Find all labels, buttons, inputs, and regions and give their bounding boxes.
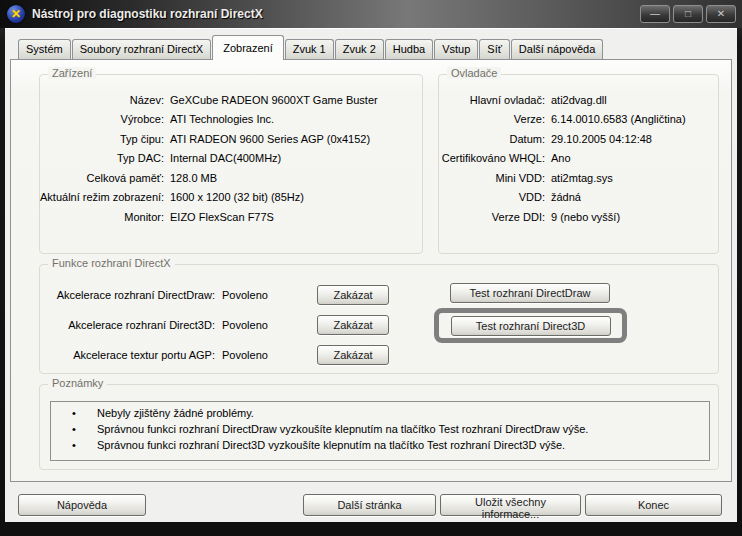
feature-status: Povoleno — [222, 346, 268, 365]
driver-row: Certifikováno WHQL:Ano — [439, 149, 718, 169]
bullet-icon: • — [51, 405, 97, 421]
device-row-value: 128.0 MB — [170, 172, 217, 184]
disable-direct3d-button[interactable]: Zakázat — [317, 315, 389, 335]
features-group-title: Funkce rozhraní DirectX — [48, 257, 175, 269]
device-row: Monitor:EIZO FlexScan F77S — [40, 207, 422, 227]
test-directdraw-button[interactable]: Test rozhraní DirectDraw — [450, 283, 610, 303]
feature-status: Povoleno — [222, 316, 268, 335]
feature-label: Akcelerace textur portu AGP: — [48, 346, 215, 365]
driver-row-label: Certifikováno WHQL: — [439, 152, 545, 164]
tab-system[interactable]: Systém — [18, 39, 71, 59]
tab-music[interactable]: Hudba — [385, 39, 433, 59]
driver-row-value: žádná — [551, 191, 581, 203]
driver-row-label: Verze DDI: — [439, 211, 545, 223]
device-row-label: Monitor: — [40, 211, 164, 223]
device-row: Celková paměť:128.0 MB — [40, 168, 422, 188]
driver-row: VDD:žádná — [439, 188, 718, 208]
device-row: Výrobce:ATI Technologies Inc. — [40, 110, 422, 130]
exit-button[interactable]: Konec — [585, 494, 722, 516]
driver-row: Mini VDD:ati2mtag.sys — [439, 168, 718, 188]
test-direct3d-button[interactable]: Test rozhraní Direct3D — [451, 316, 611, 336]
drivers-info-rows: Hlavní ovladač:ati2dvag.dll Verze:6.14.0… — [439, 75, 718, 227]
driver-row-value: ati2dvag.dll — [551, 94, 607, 106]
device-row-label: Typ DAC: — [40, 152, 164, 164]
notes-list: •Nebyly zjištěny žádné problémy. •Správn… — [50, 401, 710, 461]
note-text: Nebyly zjištěny žádné problémy. — [97, 405, 254, 421]
tab-directx-files[interactable]: Soubory rozhraní DirectX — [72, 39, 212, 59]
device-row-value: 1600 x 1200 (32 bit) (85Hz) — [170, 191, 304, 203]
driver-row-value: Ano — [551, 152, 571, 164]
device-row: Typ čipu:ATI RADEON 9600 Series AGP (0x4… — [40, 129, 422, 149]
notes-group-title: Poznámky — [48, 377, 107, 389]
device-row-label: Typ čipu: — [40, 133, 164, 145]
drivers-group-title: Ovladače — [447, 67, 501, 79]
device-row-value: Internal DAC(400MHz) — [170, 152, 281, 164]
directx-features-group: Funkce rozhraní DirectX Akcelerace rozhr… — [39, 264, 719, 374]
disable-directdraw-button[interactable]: Zakázat — [317, 285, 389, 305]
feature-label: Akcelerace rozhraní Direct3D: — [48, 316, 215, 335]
next-page-button[interactable]: Další stránka — [303, 494, 436, 516]
tab-strip: Systém Soubory rozhraní DirectX Zobrazen… — [18, 35, 604, 59]
tab-more-help[interactable]: Další nápověda — [511, 39, 603, 59]
driver-row-label: VDD: — [439, 191, 545, 203]
driver-row-label: Datum: — [439, 133, 545, 145]
device-group-title: Zařízení — [48, 67, 96, 79]
title-bar: ✕ Nástroj pro diagnostiku rozhraní Direc… — [0, 0, 742, 28]
tab-input[interactable]: Vstup — [434, 39, 478, 59]
help-button[interactable]: Nápověda — [18, 494, 146, 516]
notes-group: Poznámky •Nebyly zjištěny žádné problémy… — [39, 384, 719, 470]
action-highlight-ring: Test rozhraní Direct3D — [434, 308, 627, 343]
driver-row-value: 6.14.0010.6583 (Angličtina) — [551, 113, 686, 125]
minimize-button[interactable]: — — [640, 5, 670, 23]
device-row: Typ DAC:Internal DAC(400MHz) — [40, 149, 422, 169]
driver-row: Verze:6.14.0010.6583 (Angličtina) — [439, 110, 718, 130]
directx-logo-icon: ✕ — [7, 5, 25, 23]
maximize-button[interactable]: □ — [673, 5, 703, 23]
save-all-information-button[interactable]: Uložit všechny informace... — [440, 494, 581, 516]
bullet-icon: • — [51, 421, 97, 437]
device-row-value: EIZO FlexScan F77S — [170, 211, 274, 223]
driver-row-value: ati2mtag.sys — [551, 172, 613, 184]
window-title: Nástroj pro diagnostiku rozhraní DirectX — [32, 7, 263, 21]
tab-sound1[interactable]: Zvuk 1 — [285, 39, 334, 59]
drivers-group: Ovladače Hlavní ovladač:ati2dvag.dll Ver… — [438, 74, 719, 254]
directx-logo-glyph: ✕ — [11, 8, 21, 20]
tab-display[interactable]: Zobrazení — [212, 35, 284, 60]
device-group: Zařízení Název:GeXCube RADEON 9600XT Gam… — [39, 74, 423, 254]
tab-sound2[interactable]: Zvuk 2 — [335, 39, 384, 59]
feature-status: Povoleno — [222, 286, 268, 305]
device-row-label: Aktuální režim zobrazení: — [40, 191, 164, 203]
device-info-rows: Název:GeXCube RADEON 9600XT Game Buster … — [40, 75, 422, 227]
device-row-label: Výrobce: — [40, 113, 164, 125]
device-row-value: GeXCube RADEON 9600XT Game Buster — [170, 94, 378, 106]
feature-row: Akcelerace textur portu AGP: Povoleno — [48, 346, 268, 365]
driver-row: Datum:29.10.2005 04:12:48 — [439, 129, 718, 149]
driver-row: Verze DDI:9 (nebo vyšší) — [439, 207, 718, 227]
device-row-label: Celková paměť: — [40, 172, 164, 184]
device-row-label: Název: — [40, 94, 164, 106]
close-button[interactable]: ✕ — [706, 5, 736, 23]
device-row: Aktuální režim zobrazení:1600 x 1200 (32… — [40, 188, 422, 208]
driver-row-value: 29.10.2005 04:12:48 — [551, 133, 652, 145]
device-row-value: ATI Technologies Inc. — [170, 113, 274, 125]
tab-network[interactable]: Síť — [479, 39, 510, 59]
dialog-body: Systém Soubory rozhraní DirectX Zobrazen… — [5, 28, 737, 522]
note-item: •Nebyly zjištěny žádné problémy. — [51, 405, 709, 421]
driver-row: Hlavní ovladač:ati2dvag.dll — [439, 90, 718, 110]
display-tab-page: Zařízení Název:GeXCube RADEON 9600XT Gam… — [10, 59, 732, 482]
device-row-value: ATI RADEON 9600 Series AGP (0x4152) — [170, 133, 370, 145]
driver-row-value: 9 (nebo vyšší) — [551, 211, 620, 223]
disable-agp-button[interactable]: Zakázat — [317, 345, 389, 365]
feature-label: Akcelerace rozhraní DirectDraw: — [48, 286, 215, 305]
dxdiag-window: ✕ Nástroj pro diagnostiku rozhraní Direc… — [0, 0, 742, 536]
note-item: •Správnou funkci rozhraní DirectDraw vyz… — [51, 421, 709, 437]
bullet-icon: • — [51, 437, 97, 453]
driver-row-label: Verze: — [439, 113, 545, 125]
driver-row-label: Mini VDD: — [439, 172, 545, 184]
feature-row: Akcelerace rozhraní DirectDraw: Povoleno — [48, 286, 268, 305]
note-text: Správnou funkci rozhraní Direct3D vyzkou… — [97, 437, 565, 453]
driver-row-label: Hlavní ovladač: — [439, 94, 545, 106]
feature-row: Akcelerace rozhraní Direct3D: Povoleno — [48, 316, 268, 335]
note-text: Správnou funkci rozhraní DirectDraw vyzk… — [97, 421, 588, 437]
device-row: Název:GeXCube RADEON 9600XT Game Buster — [40, 90, 422, 110]
